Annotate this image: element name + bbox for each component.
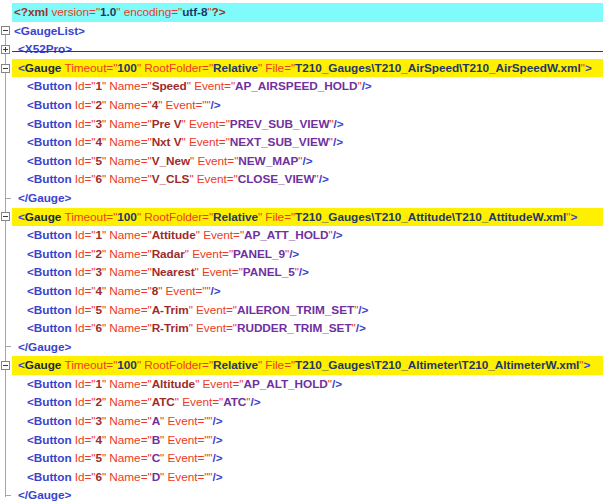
xml-tag: /> bbox=[213, 451, 223, 465]
attribute-name: Id=" bbox=[75, 135, 96, 149]
path-value: 100 bbox=[117, 358, 137, 372]
xml-tag: <Button bbox=[27, 98, 75, 112]
attribute-name: Id=" bbox=[75, 321, 96, 335]
tree-gutter bbox=[0, 77, 12, 96]
xml-line-text: <Button Id="3" Name="Pre V" Event="PREV_… bbox=[12, 115, 603, 134]
attribute-name: " Event=" bbox=[195, 265, 243, 279]
attribute-name: " Event=" bbox=[182, 135, 230, 149]
button-rudder-trim-line[interactable]: <Button Id="6" Name="R-Trim" Event="RUDD… bbox=[0, 319, 603, 338]
xml-tag: <Button bbox=[27, 247, 75, 261]
button-aileron-trim-line[interactable]: <Button Id="5" Name="A-Trim" Event="AILE… bbox=[0, 301, 603, 320]
attribute-value: R-Trim bbox=[152, 321, 189, 335]
gauge-airspeed-open-tag-line[interactable]: <Gauge Timeout="100" RootFolder="Relativ… bbox=[0, 59, 603, 78]
tree-gutter bbox=[0, 59, 12, 78]
attribute-name: Id=" bbox=[75, 154, 96, 168]
button-speed-line[interactable]: <Button Id="1" Name="Speed" Event="AP_AI… bbox=[0, 77, 603, 96]
event-value: AP_ALT_HOLD bbox=[243, 377, 327, 391]
gauge-close-tag-line[interactable]: </Gauge> bbox=[0, 486, 603, 503]
button-c-line[interactable]: <Button Id="5" Name="C" Event=""/> bbox=[0, 449, 603, 468]
gaugelist-open-tag-line[interactable]: <GaugeList> bbox=[0, 22, 603, 41]
attribute-value: Radar bbox=[152, 247, 185, 261]
attribute-name: version=" bbox=[51, 5, 100, 19]
button-new-map-line[interactable]: <Button Id="5" Name="V_New" Event="NEW_M… bbox=[0, 152, 603, 171]
attribute-name: " Event="" bbox=[160, 451, 212, 465]
button-attitude-line[interactable]: <Button Id="1" Name="Attitude" Event="AP… bbox=[0, 226, 603, 245]
attribute-name: Id=" bbox=[75, 228, 96, 242]
attribute-name: " Event=" bbox=[189, 303, 237, 317]
tree-gutter bbox=[0, 486, 12, 503]
xml-tag: /> bbox=[211, 98, 221, 112]
xml-line-text: <Button Id="3" Name="A" Event=""/> bbox=[12, 412, 603, 431]
tree-gutter bbox=[0, 263, 12, 282]
collapse-toggle-icon[interactable] bbox=[1, 361, 10, 370]
xml-tag: </Gauge> bbox=[18, 488, 71, 502]
gauge-attitude-open-tag-line[interactable]: <Gauge Timeout="100" RootFolder="Relativ… bbox=[0, 208, 603, 227]
xml-tag: <Button bbox=[27, 395, 75, 409]
attribute-name: Id=" bbox=[75, 284, 96, 298]
attribute-name: " Event=" bbox=[182, 117, 230, 131]
x52pro-open-tag-line[interactable]: <X52Pro> bbox=[0, 40, 603, 59]
event-value: AILERON_TRIM_SET bbox=[237, 303, 354, 317]
tree-gutter bbox=[0, 96, 12, 115]
gauge-close-tag-line[interactable]: </Gauge> bbox=[0, 338, 603, 357]
gauge-altimeter-open-tag-line[interactable]: <Gauge Timeout="100" RootFolder="Relativ… bbox=[0, 356, 603, 375]
attribute-value: Pre V bbox=[152, 117, 182, 131]
button-4-line[interactable]: <Button Id="2" Name="4" Event=""/> bbox=[0, 96, 603, 115]
button-altitude-line[interactable]: <Button Id="1" Name="Altitude" Event="AP… bbox=[0, 375, 603, 394]
xml-tag: <Button bbox=[27, 154, 75, 168]
button-close-view-line[interactable]: <Button Id="6" Name="V_CLS" Event="CLOSE… bbox=[0, 170, 603, 189]
attribute-name: Id=" bbox=[75, 303, 96, 317]
xml-tag: /> bbox=[213, 433, 223, 447]
collapse-toggle-icon[interactable] bbox=[1, 212, 10, 221]
collapse-toggle-icon[interactable] bbox=[1, 26, 10, 35]
tree-gutter bbox=[0, 245, 12, 264]
attribute-name: Id=" bbox=[75, 451, 96, 465]
xml-line-text: <Gauge Timeout="100" RootFolder="Relativ… bbox=[12, 208, 603, 227]
xml-line-text: <Button Id="6" Name="D" Event=""/> bbox=[12, 468, 603, 487]
button-prev-view-line[interactable]: <Button Id="3" Name="Pre V" Event="PREV_… bbox=[0, 115, 603, 134]
collapse-toggle-icon[interactable] bbox=[1, 64, 10, 73]
button-atc-line[interactable]: <Button Id="2" Name="ATC" Event="ATC"/> bbox=[0, 393, 603, 412]
attribute-name: Id=" bbox=[75, 172, 96, 186]
xml-declaration-line[interactable]: <?xml version="1.0" encoding="utf-8"?> bbox=[0, 3, 603, 22]
attribute-name: Timeout=" bbox=[65, 61, 118, 75]
xml-tag: <Button bbox=[27, 228, 75, 242]
xml-declaration-delimiter: ?> bbox=[212, 5, 226, 19]
xml-tag: <Button bbox=[27, 414, 75, 428]
button-radar-line[interactable]: <Button Id="2" Name="Radar" Event="PANEL… bbox=[0, 245, 603, 264]
attribute-name: " Name=" bbox=[102, 172, 152, 186]
attribute-name: " RootFolder=" bbox=[137, 61, 213, 75]
attribute-value: V_New bbox=[152, 154, 190, 168]
tree-gutter bbox=[0, 431, 12, 450]
event-value: AP_ATT_HOLD bbox=[244, 228, 328, 242]
button-nearest-line[interactable]: <Button Id="3" Name="Nearest" Event="PAN… bbox=[0, 263, 603, 282]
button-a-line[interactable]: <Button Id="3" Name="A" Event=""/> bbox=[0, 412, 603, 431]
button-8-line[interactable]: <Button Id="4" Name="8" Event=""/> bbox=[0, 282, 603, 301]
expand-toggle-icon[interactable] bbox=[1, 45, 10, 54]
xml-line-text: <Button Id="2" Name="ATC" Event="ATC"/> bbox=[12, 393, 603, 412]
attribute-name: " Name=" bbox=[102, 284, 152, 298]
xml-tag: > bbox=[583, 358, 590, 372]
tree-gutter bbox=[0, 393, 12, 412]
xml-tag: /> bbox=[334, 117, 344, 131]
xml-line-text: <Button Id="5" Name="C" Event=""/> bbox=[12, 449, 603, 468]
attribute-name: " RootFolder=" bbox=[137, 210, 213, 224]
attribute-name: " Name=" bbox=[102, 321, 152, 335]
gauge-tag-name: Gauge bbox=[25, 210, 65, 224]
button-b-line[interactable]: <Button Id="4" Name="B" Event=""/> bbox=[0, 431, 603, 450]
button-next-view-line[interactable]: <Button Id="4" Name="Nxt V" Event="NEXT_… bbox=[0, 133, 603, 152]
xml-line-text: <GaugeList> bbox=[12, 22, 603, 41]
xml-line-text: <Button Id="1" Name="Altitude" Event="AP… bbox=[12, 375, 603, 394]
attribute-name: " Name=" bbox=[102, 303, 152, 317]
xml-line-text: <Gauge Timeout="100" RootFolder="Relativ… bbox=[12, 356, 603, 375]
xml-tag: <Button bbox=[27, 265, 75, 279]
xml-tag: < bbox=[18, 210, 25, 224]
tree-gutter bbox=[0, 3, 12, 22]
xml-line-text: <Button Id="5" Name="V_New" Event="NEW_M… bbox=[12, 152, 603, 171]
xml-line-text: <Button Id="4" Name="Nxt V" Event="NEXT_… bbox=[12, 133, 603, 152]
tree-gutter bbox=[0, 338, 12, 357]
button-d-line[interactable]: <Button Id="6" Name="D" Event=""/> bbox=[0, 468, 603, 487]
xml-tag: <GaugeList> bbox=[14, 24, 85, 38]
xml-line-text: <Button Id="6" Name="V_CLS" Event="CLOSE… bbox=[12, 170, 603, 189]
gauge-close-tag-line[interactable]: </Gauge> bbox=[0, 189, 603, 208]
